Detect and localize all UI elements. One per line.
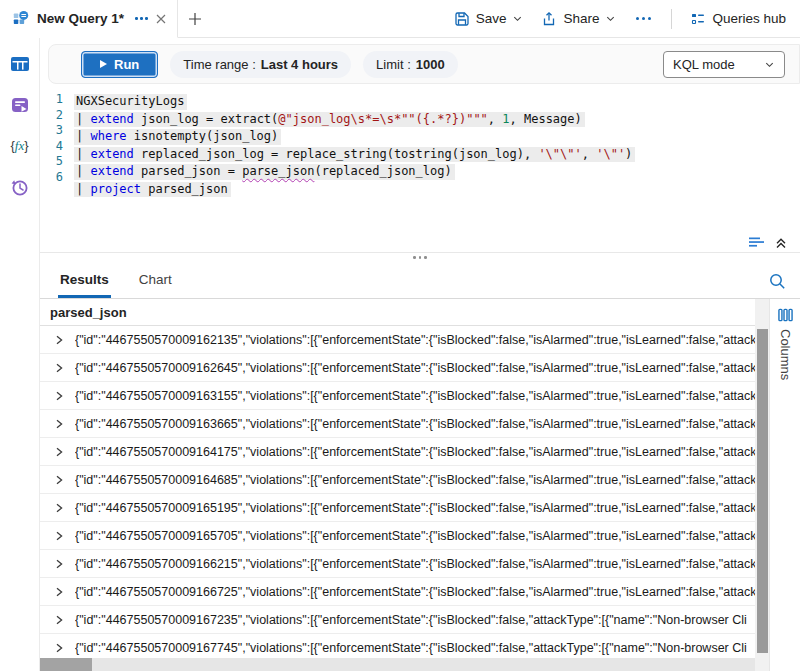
functions-fx-icon[interactable]: {fx} <box>8 134 32 158</box>
expand-row-icon[interactable] <box>54 391 64 401</box>
vertical-scrollbar-thumb[interactable] <box>757 329 768 653</box>
query-mode-select[interactable]: KQL mode <box>663 51 785 78</box>
results-grid: parsed_json {"id":"4467550570009162135",… <box>40 299 755 671</box>
code-line[interactable]: | extend json_log = extract(@"json_log\s… <box>74 110 800 128</box>
row-json-text: {"id":"4467550570009165195","violations"… <box>75 501 755 515</box>
code-line[interactable]: | project parsed_json <box>74 180 800 198</box>
save-label: Save <box>476 11 507 26</box>
code-line[interactable]: | where isnotempty(json_log) <box>74 127 800 145</box>
columns-icon[interactable] <box>778 308 793 322</box>
code-line[interactable]: | extend parsed_json = parse_json(replac… <box>74 162 800 180</box>
tab-bar: New Query 1* Save <box>0 0 800 38</box>
line-number: 2 <box>40 108 63 124</box>
log-view-icon[interactable] <box>748 236 765 250</box>
tab-title: New Query 1* <box>37 11 124 26</box>
code-lines[interactable]: NGXSecurityLogs| extend json_log = extra… <box>72 92 800 234</box>
code-line[interactable]: | extend replaced_json_log = replace_str… <box>74 145 800 163</box>
line-number-gutter: 123456 <box>40 92 72 234</box>
time-range-value: Last 4 hours <box>261 57 338 72</box>
run-label: Run <box>114 57 139 72</box>
time-range-label: Time range : <box>183 57 256 72</box>
limit-pill[interactable]: Limit : 1000 <box>363 51 458 78</box>
more-options-icon[interactable] <box>634 17 653 20</box>
expand-row-icon[interactable] <box>54 419 64 429</box>
row-json-text: {"id":"4467550570009167235","violations"… <box>75 613 747 627</box>
row-json-text: {"id":"4467550570009162135","violations"… <box>75 333 755 347</box>
table-row[interactable]: {"id":"4467550570009163155","violations"… <box>40 382 755 410</box>
line-number: 5 <box>40 154 63 170</box>
column-header-parsed-json[interactable]: parsed_json <box>40 299 755 326</box>
search-button[interactable] <box>754 264 800 298</box>
line-number: 3 <box>40 123 63 139</box>
left-icon-rail: {fx} <box>0 38 40 671</box>
kusto-query-icon <box>12 10 30 28</box>
row-json-text: {"id":"4467550570009162645","violations"… <box>75 361 755 375</box>
row-json-text: {"id":"4467550570009167745","violations"… <box>75 641 747 655</box>
expand-row-icon[interactable] <box>54 335 64 345</box>
panel-resize-handle[interactable] <box>40 252 800 264</box>
expand-row-icon[interactable] <box>54 447 64 457</box>
tab-results[interactable]: Results <box>58 264 111 298</box>
share-icon <box>541 11 557 27</box>
limit-value: 1000 <box>416 57 445 72</box>
expand-row-icon[interactable] <box>54 531 64 541</box>
tables-grid-icon[interactable] <box>8 52 32 76</box>
row-json-text: {"id":"4467550570009163665","violations"… <box>75 417 755 431</box>
table-row[interactable]: {"id":"4467550570009162645","violations"… <box>40 354 755 382</box>
history-clock-icon[interactable] <box>8 175 32 199</box>
table-row[interactable]: {"id":"4467550570009165195","violations"… <box>40 494 755 522</box>
table-row[interactable]: {"id":"4467550570009166725","violations"… <box>40 578 755 606</box>
plus-icon <box>188 12 202 26</box>
horizontal-scrollbar-thumb[interactable] <box>40 658 92 671</box>
expand-row-icon[interactable] <box>54 559 64 569</box>
query-document-icon[interactable] <box>8 93 32 117</box>
queries-hub-icon <box>690 11 706 27</box>
table-row[interactable]: {"id":"4467550570009165705","violations"… <box>40 522 755 550</box>
table-row[interactable]: {"id":"4467550570009167745","violations"… <box>40 634 755 658</box>
result-rows: {"id":"4467550570009162135","violations"… <box>40 326 755 658</box>
table-row[interactable]: {"id":"4467550570009166215","violations"… <box>40 550 755 578</box>
expand-row-icon[interactable] <box>54 587 64 597</box>
vertical-scrollbar[interactable] <box>755 299 769 671</box>
query-editor[interactable]: 123456 NGXSecurityLogs| extend json_log … <box>40 84 800 234</box>
line-number: 1 <box>40 92 63 108</box>
time-range-pill[interactable]: Time range : Last 4 hours <box>170 51 351 78</box>
expand-row-icon[interactable] <box>54 503 64 513</box>
table-row[interactable]: {"id":"4467550570009163665","violations"… <box>40 410 755 438</box>
tab-close-icon[interactable] <box>155 13 167 25</box>
queries-hub-label: Queries hub <box>712 11 786 26</box>
queries-hub-button[interactable]: Queries hub <box>690 11 786 27</box>
run-button[interactable]: Run <box>81 51 158 78</box>
chevron-down-icon <box>512 13 523 24</box>
code-line[interactable]: NGXSecurityLogs <box>74 92 800 110</box>
content-column: Run Time range : Last 4 hours Limit : 10… <box>40 38 800 671</box>
expand-row-icon[interactable] <box>54 615 64 625</box>
expand-row-icon[interactable] <box>54 363 64 373</box>
table-row[interactable]: {"id":"4467550570009164175","violations"… <box>40 438 755 466</box>
actions-divider <box>671 9 672 29</box>
line-number: 4 <box>40 139 63 155</box>
row-json-text: {"id":"4467550570009164685","violations"… <box>75 473 755 487</box>
row-json-text: {"id":"4467550570009164175","violations"… <box>75 445 755 459</box>
expand-row-icon[interactable] <box>54 475 64 485</box>
main-area: {fx} Run Time range : Last 4 hours Limit… <box>0 38 800 671</box>
expand-row-icon[interactable] <box>54 643 64 653</box>
save-button[interactable]: Save <box>454 11 524 27</box>
kusto-web-explorer: New Query 1* Save <box>0 0 800 671</box>
table-row[interactable]: {"id":"4467550570009162135","violations"… <box>40 326 755 354</box>
tabbar-spacer <box>212 0 454 37</box>
query-mode-value: KQL mode <box>673 57 735 72</box>
results-panel: Results Chart parsed_json {"id":"4467550… <box>40 264 800 671</box>
tab-chart[interactable]: Chart <box>137 264 174 298</box>
horizontal-scrollbar[interactable] <box>40 658 755 671</box>
editor-tools <box>40 234 800 252</box>
columns-panel-label[interactable]: Columns <box>778 329 793 380</box>
tab-more-options-icon[interactable] <box>135 17 148 20</box>
results-body: parsed_json {"id":"4467550570009162135",… <box>40 298 800 671</box>
table-row[interactable]: {"id":"4467550570009167235","violations"… <box>40 606 755 634</box>
collapse-editor-icon[interactable] <box>774 236 788 250</box>
query-tab[interactable]: New Query 1* <box>0 0 178 38</box>
share-button[interactable]: Share <box>541 11 616 27</box>
table-row[interactable]: {"id":"4467550570009164685","violations"… <box>40 466 755 494</box>
new-tab-button[interactable] <box>178 0 212 37</box>
